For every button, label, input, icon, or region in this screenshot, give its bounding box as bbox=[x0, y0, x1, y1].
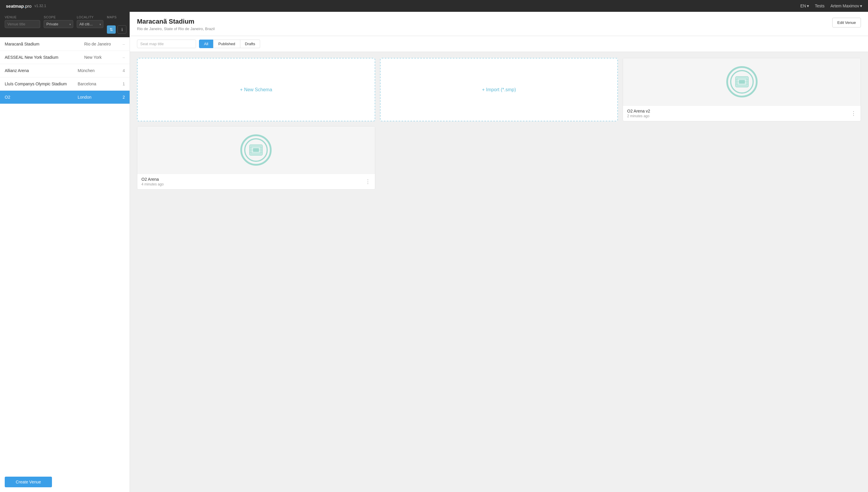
logo-bold: seatmap bbox=[6, 3, 24, 8]
tests-link[interactable]: Tests bbox=[815, 3, 825, 8]
map-card-time-o2-v2: 2 minutes ago bbox=[627, 114, 650, 118]
map-card-name-o2-v2: O2 Arena v2 bbox=[627, 109, 650, 114]
venue-subtitle: Rio de Janeiro, State of Rio de Janeiro,… bbox=[137, 27, 215, 31]
locality-select-wrap: All citi... Rio de Janeiro New York Münc… bbox=[77, 20, 103, 28]
map-card-thumbnail-o2-v2 bbox=[623, 58, 861, 105]
venue-item-maracana[interactable]: Maracanã Stadium Rio de Janeiro – bbox=[0, 38, 130, 51]
map-card-time-o2: 4 minutes ago bbox=[142, 182, 163, 186]
map-card-menu-o2-v2[interactable]: ⋮ bbox=[851, 110, 857, 117]
top-nav: seatmap.pro v1.32.1 EN ▾ Tests Artem Max… bbox=[0, 0, 868, 12]
app-version: v1.32.1 bbox=[34, 4, 46, 8]
scope-select-wrap: Private Public bbox=[44, 20, 73, 28]
content-panel: Maracanã Stadium Rio de Janeiro, State o… bbox=[130, 12, 868, 492]
locality-filter-col: LOCALITY All citi... Rio de Janeiro New … bbox=[77, 15, 103, 34]
filter-tab-published[interactable]: Published bbox=[213, 40, 240, 48]
venue-col-label: VENUE bbox=[5, 15, 40, 19]
maps-filter-col: MAPS ⇅ ℹ bbox=[107, 15, 126, 34]
filter-tab-all[interactable]: All bbox=[199, 40, 213, 48]
venue-item-o2[interactable]: O2 London 2 bbox=[0, 91, 130, 104]
maps-col-label: MAPS bbox=[107, 15, 126, 19]
filter-tab-drafts[interactable]: Drafts bbox=[240, 40, 260, 48]
seat-map-search-input[interactable] bbox=[137, 40, 196, 48]
map-card-footer-o2-v2: O2 Arena v2 2 minutes ago ⋮ bbox=[623, 105, 861, 121]
top-nav-right: EN ▾ Tests Artem Maximov ▾ bbox=[800, 3, 862, 8]
arena-diagram-o2-v2 bbox=[724, 64, 760, 100]
sort-icon-btn[interactable]: ⇅ bbox=[107, 25, 116, 34]
maps-icons: ⇅ ℹ bbox=[107, 25, 126, 34]
map-card-footer-o2: O2 Arena 4 minutes ago ⋮ bbox=[137, 174, 375, 189]
new-schema-label: + New Schema bbox=[240, 87, 272, 93]
create-venue-button[interactable]: Create Venue bbox=[5, 477, 52, 487]
locality-select[interactable]: All citi... Rio de Janeiro New York Münc… bbox=[77, 20, 103, 28]
filter-bar: All Published Drafts bbox=[130, 36, 868, 52]
scope-select[interactable]: Private Public bbox=[44, 20, 73, 28]
scope-col-label: SCOPE bbox=[44, 15, 73, 19]
map-card-menu-o2[interactable]: ⋮ bbox=[365, 178, 371, 185]
sidebar-footer: Create Venue bbox=[0, 472, 130, 492]
venue-item-lluis[interactable]: Lluís Companys Olympic Stadium Barcelona… bbox=[0, 77, 130, 91]
content-header: Maracanã Stadium Rio de Janeiro, State o… bbox=[130, 12, 868, 36]
venue-title: Maracanã Stadium bbox=[137, 18, 215, 25]
venue-item-new-york[interactable]: AESSEAL New York Stadium New York – bbox=[0, 51, 130, 64]
map-card-thumbnail-o2 bbox=[137, 126, 375, 174]
logo-pro: pro bbox=[25, 3, 32, 8]
top-nav-left: seatmap.pro v1.32.1 bbox=[6, 3, 46, 8]
logo: seatmap.pro bbox=[6, 3, 32, 8]
venue-filter-col: VENUE bbox=[5, 15, 40, 34]
map-card-name-o2: O2 Arena bbox=[142, 177, 163, 181]
filter-tabs: All Published Drafts bbox=[199, 40, 260, 48]
venue-item-allianz[interactable]: Allianz Arena München 4 bbox=[0, 64, 130, 77]
venue-list: Maracanã Stadium Rio de Janeiro – AESSEA… bbox=[0, 38, 130, 472]
main-layout: VENUE SCOPE Private Public LOCALITY A bbox=[0, 12, 868, 492]
maps-grid: + New Schema + Import (*.smp) bbox=[130, 52, 868, 492]
scope-filter-col: SCOPE Private Public bbox=[44, 15, 73, 34]
venue-search-input[interactable] bbox=[5, 20, 40, 28]
user-menu[interactable]: Artem Maximov ▾ bbox=[831, 3, 862, 8]
edit-venue-button[interactable]: Edit Venue bbox=[832, 18, 861, 27]
import-card[interactable]: + Import (*.smp) bbox=[380, 58, 618, 121]
arena-diagram-o2 bbox=[238, 132, 274, 168]
language-selector[interactable]: EN ▾ bbox=[800, 3, 809, 8]
map-card-o2-v2: O2 Arena v2 2 minutes ago ⋮ bbox=[623, 58, 861, 121]
new-schema-card[interactable]: + New Schema bbox=[137, 58, 375, 121]
info-icon-btn[interactable]: ℹ bbox=[118, 25, 126, 34]
sidebar-header: VENUE SCOPE Private Public LOCALITY A bbox=[0, 12, 130, 38]
venue-info: Maracanã Stadium Rio de Janeiro, State o… bbox=[137, 18, 215, 31]
sidebar: VENUE SCOPE Private Public LOCALITY A bbox=[0, 12, 130, 492]
import-label: + Import (*.smp) bbox=[482, 87, 516, 93]
locality-col-label: LOCALITY bbox=[77, 15, 103, 19]
map-card-o2: O2 Arena 4 minutes ago ⋮ bbox=[137, 126, 375, 190]
